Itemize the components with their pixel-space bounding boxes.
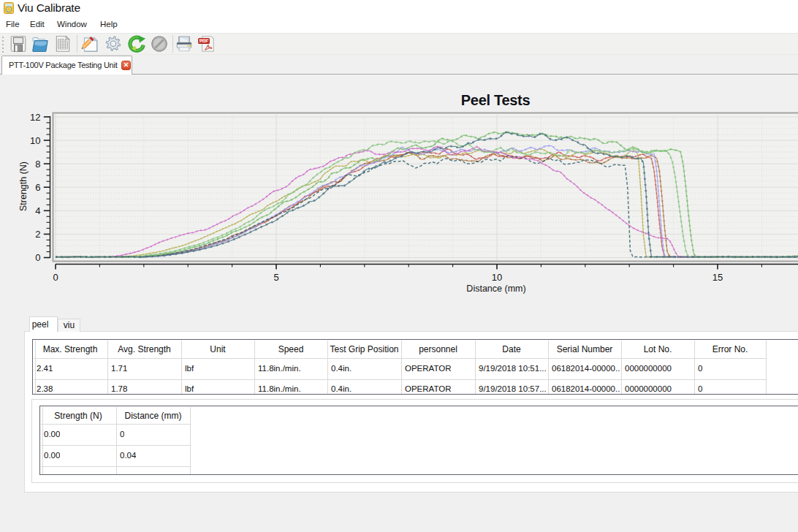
- svg-text:8: 8: [35, 159, 40, 170]
- svg-text:2: 2: [35, 229, 40, 240]
- svg-text:0: 0: [53, 272, 58, 283]
- svg-text:12: 12: [30, 112, 40, 123]
- svg-text:5: 5: [273, 272, 278, 283]
- svg-text:15: 15: [712, 272, 723, 283]
- svg-text:6: 6: [35, 182, 40, 193]
- svg-text:Strength (N): Strength (N): [18, 162, 28, 211]
- svg-text:10: 10: [30, 135, 40, 146]
- svg-text:4: 4: [35, 205, 40, 216]
- svg-text:Distance (mm): Distance (mm): [466, 284, 525, 294]
- svg-text:10: 10: [492, 272, 502, 283]
- svg-text:0: 0: [35, 252, 40, 263]
- svg-text:PDF: PDF: [200, 39, 208, 43]
